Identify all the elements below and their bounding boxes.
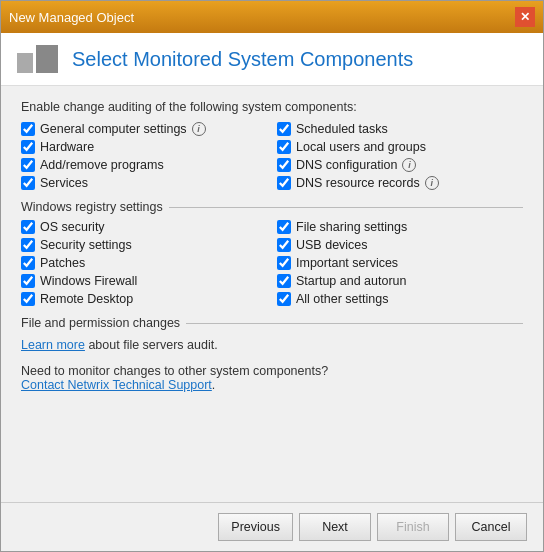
file-section-line [186,323,523,324]
checkbox-hardware-input[interactable] [21,140,35,154]
checkbox-addremove: Add/remove programs [21,158,267,172]
title-bar: New Managed Object ✕ [1,1,543,33]
cancel-button[interactable]: Cancel [455,513,527,541]
checkbox-dns-config: DNS configuration i [277,158,523,172]
header-title-static: Select [72,48,133,70]
close-button[interactable]: ✕ [515,7,535,27]
checkbox-localusers-label: Local users and groups [296,140,426,154]
checkbox-addremove-label: Add/remove programs [40,158,164,172]
checkbox-ossec-input[interactable] [21,220,35,234]
file-section-label: File and permission changes [21,316,180,330]
support-text: Need to monitor changes to other system … [21,364,523,392]
file-section: File and permission changes Learn more a… [21,316,523,352]
checkbox-patches-input[interactable] [21,256,35,270]
checkbox-scheduled: Scheduled tasks [277,122,523,136]
checkbox-localusers-input[interactable] [277,140,291,154]
header-area: Select Monitored System Components [1,33,543,86]
dns-config-info-icon[interactable]: i [402,158,416,172]
main-checkboxes-grid: General computer settings i Scheduled ta… [21,122,523,190]
checkbox-secsettings: Security settings [21,238,267,252]
checkbox-usb-input[interactable] [277,238,291,252]
file-section-header: File and permission changes [21,316,523,330]
header-title: Select Monitored System Components [72,48,413,71]
checkbox-patches-label: Patches [40,256,85,270]
checkbox-dns-config-input[interactable] [277,158,291,172]
dns-records-info-icon[interactable]: i [425,176,439,190]
registry-group-label: Windows registry settings [21,200,163,214]
checkbox-general-label: General computer settings [40,122,187,136]
checkbox-secsettings-input[interactable] [21,238,35,252]
checkbox-dns-records-label: DNS resource records [296,176,420,190]
support-link[interactable]: Contact Netwrix Technical Support [21,378,212,392]
checkbox-startup: Startup and autorun [277,274,523,288]
footer: Previous Next Finish Cancel [1,502,543,551]
content-area: Enable change auditing of the following … [1,86,543,502]
header-title-highlight: Monitored System Components [133,48,413,70]
learn-more-suffix: about file servers audit. [85,338,218,352]
previous-button[interactable]: Previous [218,513,293,541]
checkbox-general-input[interactable] [21,122,35,136]
checkbox-remotedesktop-input[interactable] [21,292,35,306]
checkbox-patches: Patches [21,256,267,270]
support-prefix: Need to monitor changes to other system … [21,364,328,378]
checkbox-allother-input[interactable] [277,292,291,306]
checkbox-winfirewall-input[interactable] [21,274,35,288]
checkbox-ossec-label: OS security [40,220,105,234]
checkbox-filesharing: File sharing settings [277,220,523,234]
finish-button[interactable]: Finish [377,513,449,541]
checkbox-scheduled-label: Scheduled tasks [296,122,388,136]
icon-big-block [36,45,58,73]
learn-more-link[interactable]: Learn more [21,338,85,352]
checkbox-winfirewall-label: Windows Firewall [40,274,137,288]
checkbox-dns-records-input[interactable] [277,176,291,190]
checkbox-important: Important services [277,256,523,270]
checkbox-services: Services [21,176,267,190]
general-info-icon[interactable]: i [192,122,206,136]
header-icon [17,45,58,73]
checkbox-services-input[interactable] [21,176,35,190]
checkbox-important-label: Important services [296,256,398,270]
checkbox-dns-config-label: DNS configuration [296,158,397,172]
checkbox-allother: All other settings [277,292,523,306]
checkbox-addremove-input[interactable] [21,158,35,172]
registry-checkboxes-grid: OS security File sharing settings Securi… [21,220,523,306]
checkbox-secsettings-label: Security settings [40,238,132,252]
checkbox-ossec: OS security [21,220,267,234]
support-suffix: . [212,378,215,392]
checkbox-localusers: Local users and groups [277,140,523,154]
checkbox-filesharing-input[interactable] [277,220,291,234]
checkbox-important-input[interactable] [277,256,291,270]
main-section-label: Enable change auditing of the following … [21,100,523,114]
next-button[interactable]: Next [299,513,371,541]
checkbox-hardware: Hardware [21,140,267,154]
checkbox-services-label: Services [40,176,88,190]
checkbox-general: General computer settings i [21,122,267,136]
icon-small-block [17,53,33,73]
checkbox-hardware-label: Hardware [40,140,94,154]
checkbox-allother-label: All other settings [296,292,388,306]
checkbox-usb: USB devices [277,238,523,252]
checkbox-winfirewall: Windows Firewall [21,274,267,288]
main-window: New Managed Object ✕ Select Monitored Sy… [0,0,544,552]
registry-group-line [169,207,523,208]
checkbox-startup-input[interactable] [277,274,291,288]
checkbox-startup-label: Startup and autorun [296,274,407,288]
window-title: New Managed Object [9,10,134,25]
registry-group-header: Windows registry settings [21,200,523,214]
checkbox-dns-records: DNS resource records i [277,176,523,190]
checkbox-remotedesktop: Remote Desktop [21,292,267,306]
learn-more-text: Learn more about file servers audit. [21,338,523,352]
checkbox-usb-label: USB devices [296,238,368,252]
checkbox-filesharing-label: File sharing settings [296,220,407,234]
checkbox-scheduled-input[interactable] [277,122,291,136]
checkbox-remotedesktop-label: Remote Desktop [40,292,133,306]
